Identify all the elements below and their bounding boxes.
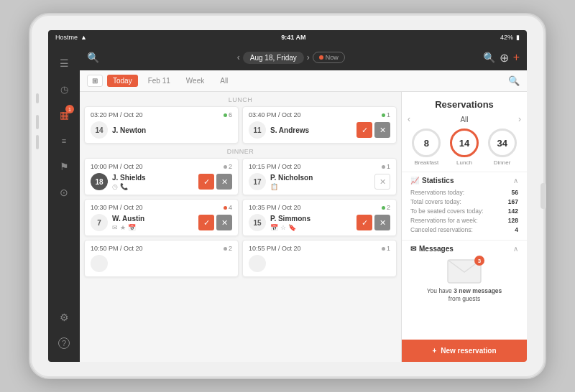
guest-info: W. Austin ✉ ★ 📅 xyxy=(112,215,194,231)
plus-icon[interactable]: + xyxy=(513,51,520,64)
reservation-card: 10:55 PM / Oct 20 1 xyxy=(242,240,397,277)
circles-prev-button[interactable]: ‹ xyxy=(408,114,410,124)
stats-chevron-icon[interactable]: ∧ xyxy=(513,177,518,185)
reservation-time: 03:40 PM / Oct 20 xyxy=(249,111,301,118)
ipad-volume-down xyxy=(36,135,39,149)
sidebar-item-trophy[interactable]: ⚑ xyxy=(52,155,75,178)
filter-tab-all[interactable]: All xyxy=(214,75,234,87)
sidebar-item-calendar[interactable]: ▦ 1 xyxy=(52,103,75,126)
reservation-covers: 1 xyxy=(382,163,390,170)
nav-next-button[interactable]: › xyxy=(307,52,310,62)
stat-label: Canceled reservations: xyxy=(410,226,473,233)
guest-icons: ◷ 📞 xyxy=(112,183,194,190)
nav-prev-button[interactable]: ‹ xyxy=(237,52,240,62)
dinner-reservations-grid: 10:00 PM / Oct 20 2 18 J. Shie xyxy=(84,158,397,277)
sidebar-item-settings[interactable]: ⚙ xyxy=(52,306,75,329)
ipad-shell: Hostme ▲ 9:41 AM 42% ▮ ☰ ◷ ▦ 1 xyxy=(29,13,546,379)
guest-name: P. Nicholson xyxy=(270,174,370,182)
search-icon-right[interactable]: 🔍 xyxy=(483,52,495,63)
sidebar-item-help[interactable]: ? xyxy=(52,332,75,355)
card-body: 15 P. Simmons 📅 ☆ 🔖 xyxy=(249,214,390,231)
sidebar-item-menu[interactable]: ☰ xyxy=(52,52,75,75)
card-header: 10:30 PM / Oct 20 4 xyxy=(91,204,232,211)
status-bar: Hostme ▲ 9:41 AM 42% ▮ xyxy=(48,30,527,45)
reservation-covers: 1 xyxy=(382,245,390,252)
cancel-button[interactable]: ✕ xyxy=(216,174,232,190)
dinner-label: Dinner xyxy=(494,159,511,166)
search-icon[interactable]: 🔍 xyxy=(87,52,99,63)
stat-value: 4 xyxy=(515,226,518,233)
breakfast-label: Breakfast xyxy=(414,159,438,166)
card-actions: ✓ ✕ xyxy=(198,215,232,230)
reservation-card: 10:30 PM / Oct 20 4 7 W. Austi xyxy=(84,199,239,236)
reservation-covers: 6 xyxy=(224,111,232,118)
add-icon[interactable]: ⊕ xyxy=(500,51,509,65)
status-battery: 42% ▮ xyxy=(500,34,520,41)
cancel-button[interactable]: ✕ xyxy=(374,215,390,230)
confirm-button[interactable]: ✓ xyxy=(198,215,214,230)
dinner-section-label: Dinner xyxy=(84,144,397,158)
circles-next-button[interactable]: › xyxy=(518,114,521,124)
filter-tab-week[interactable]: Week xyxy=(180,75,210,87)
confirm-button[interactable]: ✓ xyxy=(356,215,372,230)
breakfast-ring: 8 xyxy=(412,129,441,157)
now-dot xyxy=(319,55,323,60)
card-header: 03:20 PM / Oct 20 6 xyxy=(91,111,232,118)
nav-date-pill[interactable]: Aug 18, Friday xyxy=(243,52,304,64)
reservation-time: 10:35 PM / Oct 20 xyxy=(249,204,301,211)
card-body: 11 S. Andrews ✓ ✕ xyxy=(249,121,390,139)
reservation-covers: 4 xyxy=(224,204,232,211)
table-number: 18 xyxy=(91,173,108,190)
lunch-section-label: Lunch xyxy=(84,92,397,106)
ipad-home-button[interactable] xyxy=(540,183,546,209)
reservation-card: 10:35 PM / Oct 20 2 15 P. Simm xyxy=(242,199,397,236)
reservation-card: 10:50 PM / Oct 20 2 xyxy=(84,240,239,277)
grid-view-button[interactable]: ⊞ xyxy=(87,75,103,87)
card-header: 10:50 PM / Oct 20 2 xyxy=(91,245,232,252)
filter-search-icon[interactable]: 🔍 xyxy=(508,75,520,86)
cancel-button[interactable]: ✕ xyxy=(374,122,390,138)
lunch-circle[interactable]: 14 Lunch xyxy=(450,129,479,166)
cover-status-dot xyxy=(382,206,385,210)
status-carrier: Hostme ▲ xyxy=(55,34,87,41)
reservation-time: 10:50 PM / Oct 20 xyxy=(91,245,143,252)
breakfast-circle[interactable]: 8 Breakfast xyxy=(412,129,441,166)
message-icon: ✉ xyxy=(410,245,416,253)
stat-row: Total covers today: 167 xyxy=(410,198,518,205)
ipad-lock-button xyxy=(36,93,39,103)
new-reservation-label: New reservation xyxy=(441,347,496,355)
stat-value: 56 xyxy=(512,189,518,196)
table-number: 15 xyxy=(249,214,266,231)
main-content: 🔍 ‹ Aug 18, Friday › Now xyxy=(80,45,527,362)
calendar-icon: 📅 xyxy=(270,224,278,231)
card-body: 14 J. Newton xyxy=(91,121,232,139)
card-actions: ✓ ✕ xyxy=(356,215,390,230)
bookmark-icon: 🔖 xyxy=(288,224,296,231)
new-reservation-button[interactable]: + New reservation xyxy=(402,340,527,362)
card-body: 17 P. Nicholson 📋 ✕ xyxy=(249,173,390,190)
confirm-button[interactable]: ✓ xyxy=(198,174,214,190)
card-body: 18 J. Shields ◷ 📞 xyxy=(91,173,232,190)
nav-now-pill[interactable]: Now xyxy=(313,52,345,63)
cancel-button[interactable]: ✕ xyxy=(216,215,232,230)
stats-header: 📈 Statistics ∧ xyxy=(410,177,518,185)
filter-tab-today[interactable]: Today xyxy=(107,75,138,87)
messages-chevron-icon[interactable]: ∧ xyxy=(513,245,518,253)
guest-icons: 📋 xyxy=(270,183,370,190)
statistics-section: 📈 Statistics ∧ Reservations today: 56 To xyxy=(402,172,527,240)
filter-tab-feb11[interactable]: Feb 11 xyxy=(142,75,176,87)
dinner-circle[interactable]: 34 Dinner xyxy=(488,129,517,166)
nav-date-text: Aug 18, Friday xyxy=(250,54,297,62)
cancel-outline-button[interactable]: ✕ xyxy=(374,174,390,190)
card-header: 03:40 PM / Oct 20 1 xyxy=(249,111,390,118)
confirm-button[interactable]: ✓ xyxy=(356,122,372,138)
envelope-icon-large: 3 xyxy=(447,258,482,284)
sidebar-item-clock[interactable]: ◷ xyxy=(52,78,75,101)
sidebar-item-list[interactable]: ≡ xyxy=(52,129,75,152)
guest-name: J. Newton xyxy=(112,126,232,134)
guest-info: P. Nicholson 📋 xyxy=(270,174,370,190)
nav-left: 🔍 xyxy=(87,52,99,63)
sidebar-item-user[interactable]: ⊙ xyxy=(52,181,75,204)
lunch-label: Lunch xyxy=(456,159,472,166)
reservation-time: 10:30 PM / Oct 20 xyxy=(91,204,143,211)
